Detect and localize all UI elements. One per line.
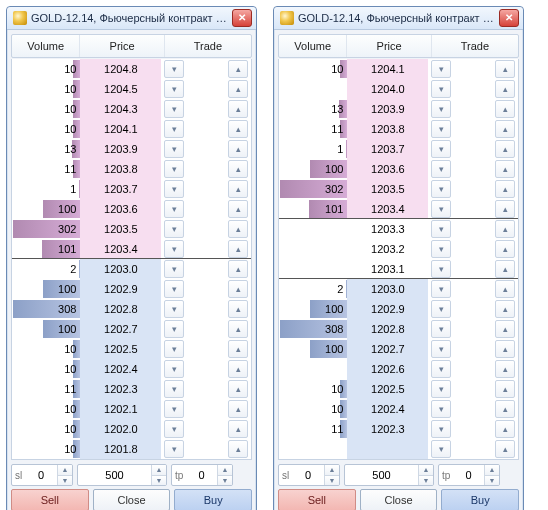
sell-at-price-button[interactable] (164, 220, 184, 238)
sell-at-price-button[interactable] (164, 120, 184, 138)
sell-at-price-button[interactable] (431, 80, 451, 98)
spinner[interactable]: ▲ ▼ (151, 465, 166, 485)
buy-at-price-button[interactable] (228, 400, 248, 418)
header-volume[interactable]: Volume (279, 35, 347, 57)
sell-at-price-button[interactable] (164, 400, 184, 418)
buy-at-price-button[interactable] (495, 140, 515, 158)
header-price[interactable]: Price (347, 35, 431, 57)
close-button[interactable]: ✕ (232, 9, 252, 27)
sell-at-price-button[interactable] (431, 300, 451, 318)
buy-at-price-button[interactable] (228, 140, 248, 158)
chevron-down-icon[interactable]: ▼ (218, 476, 232, 486)
sell-at-price-button[interactable] (164, 240, 184, 258)
buy-at-price-button[interactable] (495, 80, 515, 98)
sell-at-price-button[interactable] (164, 180, 184, 198)
chevron-up-icon[interactable]: ▲ (152, 465, 166, 476)
sell-at-price-button[interactable] (431, 380, 451, 398)
sell-at-price-button[interactable] (164, 320, 184, 338)
sell-at-price-button[interactable] (164, 160, 184, 178)
buy-at-price-button[interactable] (228, 340, 248, 358)
buy-at-price-button[interactable] (495, 300, 515, 318)
sell-at-price-button[interactable] (431, 400, 451, 418)
buy-button[interactable]: Buy (174, 489, 252, 510)
close-button[interactable]: ✕ (499, 9, 519, 27)
sell-at-price-button[interactable] (431, 200, 451, 218)
sell-at-price-button[interactable] (164, 420, 184, 438)
buy-at-price-button[interactable] (228, 320, 248, 338)
buy-at-price-button[interactable] (495, 380, 515, 398)
sell-at-price-button[interactable] (164, 100, 184, 118)
spinner[interactable]: ▲ ▼ (418, 465, 433, 485)
sell-button[interactable]: Sell (11, 489, 89, 510)
buy-at-price-button[interactable] (495, 180, 515, 198)
sell-at-price-button[interactable] (431, 180, 451, 198)
header-trade[interactable]: Trade (165, 35, 251, 57)
quantity-input[interactable]: 500 ▲ ▼ (77, 464, 167, 486)
buy-at-price-button[interactable] (228, 100, 248, 118)
buy-at-price-button[interactable] (228, 240, 248, 258)
sell-at-price-button[interactable] (164, 140, 184, 158)
buy-at-price-button[interactable] (495, 280, 515, 298)
sell-at-price-button[interactable] (431, 340, 451, 358)
buy-at-price-button[interactable] (228, 300, 248, 318)
sell-at-price-button[interactable] (431, 280, 451, 298)
buy-at-price-button[interactable] (495, 220, 515, 238)
titlebar[interactable]: GOLD-12.14, Фьючерсный контракт G… ✕ (274, 7, 523, 30)
buy-at-price-button[interactable] (228, 440, 248, 458)
sell-at-price-button[interactable] (431, 420, 451, 438)
sell-at-price-button[interactable] (431, 120, 451, 138)
spinner[interactable]: ▲ ▼ (57, 465, 72, 485)
sell-at-price-button[interactable] (431, 260, 451, 278)
chevron-down-icon[interactable]: ▼ (58, 476, 72, 486)
chevron-up-icon[interactable]: ▲ (58, 465, 72, 476)
spinner[interactable]: ▲ ▼ (484, 465, 499, 485)
buy-at-price-button[interactable] (495, 400, 515, 418)
stop-loss-input[interactable]: sl 0 ▲ ▼ (278, 464, 340, 486)
chevron-up-icon[interactable]: ▲ (218, 465, 232, 476)
buy-at-price-button[interactable] (228, 200, 248, 218)
buy-at-price-button[interactable] (495, 440, 515, 458)
sell-at-price-button[interactable] (164, 260, 184, 278)
buy-at-price-button[interactable] (228, 280, 248, 298)
sell-at-price-button[interactable] (164, 360, 184, 378)
buy-at-price-button[interactable] (495, 60, 515, 78)
buy-at-price-button[interactable] (495, 240, 515, 258)
spinner[interactable]: ▲ ▼ (217, 465, 232, 485)
chevron-down-icon[interactable]: ▼ (485, 476, 499, 486)
sell-at-price-button[interactable] (431, 220, 451, 238)
buy-at-price-button[interactable] (228, 260, 248, 278)
buy-at-price-button[interactable] (228, 360, 248, 378)
sell-at-price-button[interactable] (164, 200, 184, 218)
buy-at-price-button[interactable] (228, 220, 248, 238)
chevron-up-icon[interactable]: ▲ (325, 465, 339, 476)
buy-at-price-button[interactable] (495, 200, 515, 218)
take-profit-input[interactable]: tp 0 ▲ ▼ (171, 464, 233, 486)
titlebar[interactable]: GOLD-12.14, Фьючерсный контракт G… ✕ (7, 7, 256, 30)
chevron-down-icon[interactable]: ▼ (419, 476, 433, 486)
buy-at-price-button[interactable] (495, 160, 515, 178)
buy-at-price-button[interactable] (495, 120, 515, 138)
sell-at-price-button[interactable] (431, 240, 451, 258)
sell-at-price-button[interactable] (164, 280, 184, 298)
sell-at-price-button[interactable] (431, 60, 451, 78)
take-profit-input[interactable]: tp 0 ▲ ▼ (438, 464, 500, 486)
stop-loss-input[interactable]: sl 0 ▲ ▼ (11, 464, 73, 486)
sell-at-price-button[interactable] (164, 440, 184, 458)
close-button-position[interactable]: Close (93, 489, 171, 510)
buy-at-price-button[interactable] (495, 360, 515, 378)
sell-button[interactable]: Sell (278, 489, 356, 510)
sell-at-price-button[interactable] (431, 440, 451, 458)
buy-button[interactable]: Buy (441, 489, 519, 510)
buy-at-price-button[interactable] (228, 80, 248, 98)
sell-at-price-button[interactable] (431, 360, 451, 378)
buy-at-price-button[interactable] (495, 340, 515, 358)
header-price[interactable]: Price (80, 35, 164, 57)
quantity-input[interactable]: 500 ▲ ▼ (344, 464, 434, 486)
header-trade[interactable]: Trade (432, 35, 518, 57)
sell-at-price-button[interactable] (164, 60, 184, 78)
buy-at-price-button[interactable] (495, 100, 515, 118)
sell-at-price-button[interactable] (431, 160, 451, 178)
spinner[interactable]: ▲ ▼ (324, 465, 339, 485)
buy-at-price-button[interactable] (228, 380, 248, 398)
buy-at-price-button[interactable] (228, 160, 248, 178)
